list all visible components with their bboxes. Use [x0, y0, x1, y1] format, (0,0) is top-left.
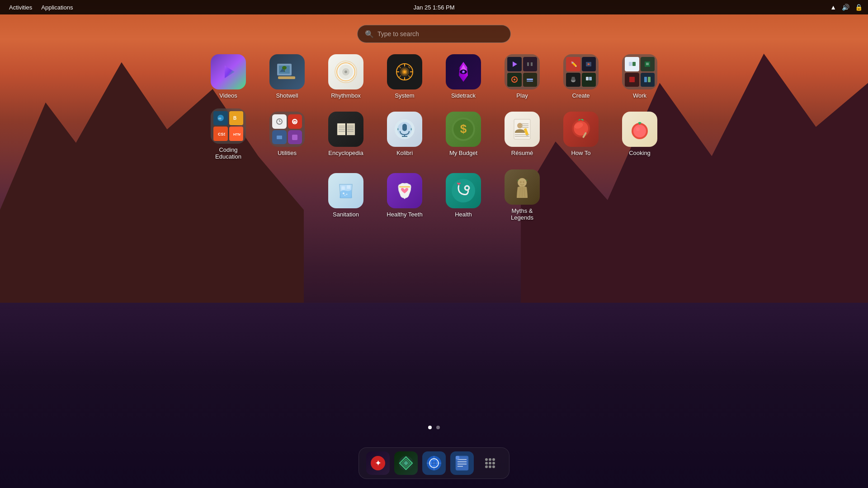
- svg-rect-62: [345, 123, 347, 135]
- app-coding-folder[interactable]: ∞ B CSS HTML Coding Education: [206, 108, 251, 160]
- app-mybudget[interactable]: $ My Budget: [441, 112, 486, 157]
- svg-rect-36: [629, 62, 632, 66]
- svg-rect-35: [589, 77, 592, 80]
- app-sanitation-icon: [328, 173, 363, 208]
- dock-appstore[interactable]: ✦: [366, 451, 390, 475]
- svg-point-98: [346, 193, 348, 195]
- app-health-label: Health: [455, 211, 472, 218]
- svg-point-95: [636, 127, 640, 131]
- app-resume-icon: [505, 112, 540, 147]
- svg-text:$: $: [460, 122, 467, 136]
- app-shotwell[interactable]: Shotwell: [264, 54, 310, 99]
- app-resume[interactable]: Résumé: [500, 112, 545, 157]
- svg-rect-28: [527, 80, 533, 82]
- app-howto-label: How To: [571, 150, 590, 157]
- svg-rect-57: [277, 136, 282, 139]
- svg-point-137: [485, 465, 488, 468]
- search-bar: 🔍: [357, 25, 511, 43]
- app-encyclopedia[interactable]: Encyclopedia: [323, 112, 368, 157]
- svg-point-94: [633, 125, 646, 137]
- svg-rect-61: [346, 123, 355, 135]
- dock-maps[interactable]: [394, 451, 418, 475]
- app-system[interactable]: System: [382, 54, 427, 99]
- svg-rect-102: [399, 186, 410, 188]
- page-dot-1[interactable]: [428, 426, 432, 429]
- topbar-left: Activities Applications: [5, 3, 76, 12]
- svg-text:∞: ∞: [218, 116, 221, 121]
- battery-icon: 🔒: [855, 4, 863, 11]
- topbar: Activities Applications Jan 25 1:56 PM ▲…: [0, 0, 868, 14]
- app-myths-label: Myths & Legends: [500, 207, 545, 221]
- search-container: 🔍: [357, 25, 511, 43]
- volume-icon: 🔊: [842, 4, 849, 11]
- app-encyclopedia-icon: [328, 112, 363, 147]
- svg-point-103: [452, 179, 475, 202]
- app-play-folder[interactable]: Play: [500, 54, 545, 99]
- svg-rect-130: [456, 456, 459, 460]
- svg-point-135: [489, 462, 491, 465]
- app-utilities-folder[interactable]: ⛑ Utilities: [264, 112, 310, 157]
- svg-rect-24: [531, 62, 533, 66]
- svg-point-21: [463, 71, 464, 72]
- svg-text:✏️: ✏️: [571, 61, 577, 67]
- svg-point-136: [492, 462, 495, 465]
- app-play-label: Play: [516, 92, 528, 99]
- app-videos-icon: [211, 54, 246, 89]
- app-rhythmbox-icon: [328, 54, 363, 89]
- svg-point-107: [520, 181, 522, 183]
- app-row-3: Sanitation Healthy Teeth: [323, 169, 545, 221]
- svg-rect-6: [278, 76, 295, 79]
- search-input[interactable]: [377, 30, 503, 38]
- app-howto[interactable]: How To: [558, 112, 604, 157]
- page-dot-2[interactable]: [436, 426, 440, 429]
- svg-marker-0: [225, 66, 235, 78]
- svg-rect-73: [402, 124, 407, 131]
- app-cooking[interactable]: Cooking: [617, 112, 662, 157]
- svg-text:CSS: CSS: [218, 132, 225, 136]
- folder-utilities-icon: ⛑: [269, 112, 305, 147]
- svg-point-99: [344, 195, 345, 196]
- svg-point-20: [462, 70, 465, 73]
- svg-rect-43: [648, 77, 651, 82]
- app-sidetrack[interactable]: Sidetrack: [441, 54, 486, 99]
- app-myths-icon: [505, 169, 540, 205]
- app-rhythmbox[interactable]: Rhythmbox: [323, 54, 368, 99]
- dock-notes[interactable]: [450, 451, 474, 475]
- app-howto-icon: [563, 112, 599, 147]
- app-shotwell-icon: [269, 54, 305, 89]
- app-system-label: System: [395, 92, 414, 99]
- app-myths[interactable]: Myths & Legends: [500, 169, 545, 221]
- app-work-label: Work: [633, 92, 646, 99]
- app-sanitation[interactable]: Sanitation: [323, 173, 368, 218]
- app-resume-label: Résumé: [511, 150, 533, 157]
- applications-button[interactable]: Applications: [38, 3, 76, 12]
- folder-play-icon: [505, 54, 540, 89]
- dock: ✦: [359, 447, 509, 479]
- dock-allapps[interactable]: [478, 451, 502, 475]
- topbar-datetime: Jan 25 1:56 PM: [413, 4, 454, 11]
- svg-point-138: [489, 465, 491, 468]
- svg-text:⛑: ⛑: [293, 119, 297, 124]
- svg-point-132: [489, 458, 491, 461]
- svg-rect-42: [644, 77, 647, 82]
- app-videos[interactable]: Videos: [206, 54, 251, 99]
- folder-coding-icon: ∞ B CSS HTML: [211, 108, 246, 144]
- svg-text:✦: ✦: [375, 459, 382, 468]
- svg-text:B: B: [233, 116, 236, 121]
- app-create-folder[interactable]: ✏️ Create: [558, 54, 604, 99]
- svg-marker-22: [513, 61, 517, 67]
- app-sidetrack-label: Sidetrack: [451, 92, 476, 99]
- app-work-folder[interactable]: Work: [617, 54, 662, 99]
- app-kolibri[interactable]: Kolibri: [382, 112, 427, 157]
- svg-rect-23: [527, 62, 529, 66]
- dock-browser[interactable]: [422, 451, 446, 475]
- app-row-1: Videos Shotwell: [206, 54, 662, 99]
- svg-rect-100: [341, 186, 345, 190]
- app-health[interactable]: Health: [441, 173, 486, 218]
- activities-button[interactable]: Activities: [5, 3, 36, 12]
- app-healthyteeth[interactable]: Healthy Teeth: [382, 173, 427, 218]
- app-row-2: ∞ B CSS HTML Coding Education: [206, 108, 662, 160]
- svg-point-105: [466, 187, 468, 189]
- app-healthyteeth-icon: [387, 173, 422, 208]
- app-rhythmbox-label: Rhythmbox: [331, 92, 361, 99]
